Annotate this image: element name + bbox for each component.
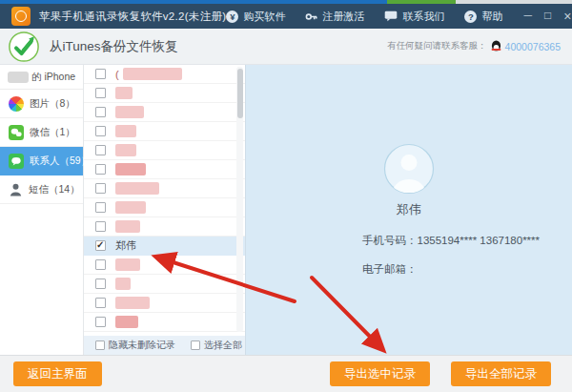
contact-name: 郑伟: [115, 238, 136, 253]
hide-undeleted-checkbox[interactable]: [95, 340, 105, 350]
contact-checkbox[interactable]: [95, 107, 106, 117]
contact-row[interactable]: (: [84, 65, 245, 84]
contact-checkbox[interactable]: [95, 69, 106, 79]
contact-list-panel: (郑伟 隐藏未删除记录 选择全部: [84, 65, 246, 355]
detail-phone-row: 手机号码：1355194**** 1367180****: [362, 234, 540, 248]
contact-row[interactable]: [84, 275, 245, 294]
hide-undeleted-option[interactable]: 隐藏未删除记录: [95, 339, 175, 352]
contact-row[interactable]: [84, 160, 245, 179]
redacted-contact-name: [115, 182, 159, 195]
recovery-check-logo-icon: [8, 31, 40, 63]
list-scrollbar[interactable]: [236, 67, 243, 332]
titlebar-menu-label: 联系我们: [402, 10, 444, 24]
main-body: 的 iPhone 图片（8）微信（1）联系人（59）短信（14） (郑伟 隐藏未…: [0, 65, 572, 355]
maximize-button[interactable]: □: [544, 10, 551, 23]
sidebar-item-label: 微信（1）: [30, 126, 75, 139]
contact-checkbox[interactable]: [95, 183, 106, 194]
strip-blue-segment: [0, 0, 387, 4]
contact-row[interactable]: [84, 103, 245, 122]
list-footer: 隐藏未删除记录 选择全部: [84, 336, 245, 355]
contact-row[interactable]: [84, 256, 245, 275]
contact-row[interactable]: [84, 313, 245, 332]
export-selected-button[interactable]: 导出选中记录: [330, 361, 430, 386]
titlebar: 苹果手机通讯录恢复软件v2.2(未注册) ¥购买软件注册激活联系我们?帮助 ─ …: [0, 4, 572, 29]
strip-green-segment: [387, 0, 456, 4]
wechat-icon: [9, 125, 24, 140]
contact-checkbox[interactable]: [95, 145, 106, 155]
sidebar: 的 iPhone 图片（8）微信（1）联系人（59）短信（14）: [0, 65, 84, 355]
window-controls: ─ □ ×: [523, 10, 571, 23]
titlebar-menu: ¥购买软件注册激活联系我们?帮助: [226, 10, 502, 24]
sidebar-item[interactable]: 联系人（59）: [0, 147, 83, 175]
sms-icon: [9, 182, 23, 197]
contact-row[interactable]: [84, 141, 245, 160]
scrollbar-thumb[interactable]: [237, 69, 243, 118]
sidebar-item[interactable]: 短信（14）: [0, 175, 83, 204]
phone-label: 手机号码：: [362, 235, 418, 246]
device-label: 的 iPhone: [31, 71, 75, 84]
sidebar-item-label: 短信（14）: [29, 183, 80, 196]
app-logo-icon: [11, 7, 31, 26]
contact-checkbox[interactable]: [95, 221, 106, 232]
contact-row[interactable]: [84, 122, 245, 141]
detail-contact-name: 郑伟: [246, 201, 572, 218]
titlebar-menu-label: 购买软件: [243, 10, 285, 24]
minimize-button[interactable]: ─: [523, 10, 532, 23]
contact-checkbox[interactable]: [95, 298, 106, 308]
close-button[interactable]: ×: [563, 10, 571, 23]
contact-checkbox[interactable]: [95, 164, 106, 175]
contact-row[interactable]: [84, 217, 245, 237]
sidebar-item-label: 联系人（59）: [30, 155, 91, 168]
redacted-device-name: [8, 72, 29, 83]
export-all-button[interactable]: 导出全部记录: [451, 361, 551, 386]
contact-checkbox[interactable]: [95, 317, 106, 327]
page-title: 从iTunes备份文件恢复: [50, 38, 178, 55]
titlebar-menu-item[interactable]: ¥购买软件: [226, 10, 285, 24]
support-info: 有任何疑问请联系客服： 4000076365: [387, 40, 561, 52]
titlebar-menu-item[interactable]: ?帮助: [464, 10, 502, 24]
help-icon: ?: [464, 10, 477, 23]
titlebar-menu-item[interactable]: 注册激活: [305, 10, 364, 24]
strip-gray-segment: [456, 0, 572, 4]
avatar: [383, 143, 435, 198]
contact-row[interactable]: 郑伟: [84, 237, 245, 256]
back-to-main-button[interactable]: 返回主界面: [13, 361, 102, 386]
contact-row[interactable]: [84, 84, 245, 103]
contact-row[interactable]: [84, 198, 245, 217]
phone-value: 1355194**** 1367180****: [418, 235, 541, 246]
redacted-contact-name: [115, 220, 140, 233]
app-window: 苹果手机通讯录恢复软件v2.2(未注册) ¥购买软件注册激活联系我们?帮助 ─ …: [0, 0, 572, 392]
contact-checkbox[interactable]: [95, 259, 106, 270]
email-label: 电子邮箱：: [362, 263, 418, 275]
sidebar-item[interactable]: 微信（1）: [0, 118, 83, 147]
contact-checkbox[interactable]: [95, 88, 106, 98]
support-label: 有任何疑问请联系客服：: [387, 40, 487, 52]
sidebar-item-device[interactable]: 的 iPhone: [0, 65, 83, 90]
contact-detail-panel: 郑伟 手机号码：1355194**** 1367180**** 电子邮箱：: [246, 65, 572, 355]
sidebar-item-label: 图片（8）: [30, 97, 75, 111]
select-all-option[interactable]: 选择全部: [191, 339, 242, 352]
contact-checkbox[interactable]: [95, 202, 106, 213]
contact-row[interactable]: [84, 294, 245, 313]
titlebar-menu-label: 帮助: [481, 10, 502, 24]
redacted-contact-name: [115, 163, 146, 175]
chat-icon: [384, 10, 398, 22]
contact-row[interactable]: [84, 179, 245, 198]
redacted-contact-name: [115, 106, 144, 118]
contact-checkbox[interactable]: [95, 279, 106, 289]
redacted-contact-name: [115, 201, 146, 214]
qq-icon: [491, 40, 501, 52]
contact-name-fragment: (: [115, 69, 119, 80]
contact-checkbox[interactable]: [95, 240, 106, 251]
titlebar-menu-item[interactable]: 联系我们: [384, 10, 444, 24]
redacted-contact-name: [115, 87, 133, 99]
redacted-contact-name: [115, 144, 136, 156]
sidebar-item[interactable]: 图片（8）: [0, 90, 83, 118]
titlebar-menu-label: 注册激活: [322, 10, 364, 24]
select-all-checkbox[interactable]: [191, 340, 200, 350]
key-icon: [305, 10, 317, 23]
support-phone-number[interactable]: 4000076365: [505, 41, 561, 52]
contact-checkbox[interactable]: [95, 126, 106, 136]
redacted-contact-name: [115, 278, 131, 290]
redacted-contact-name: [115, 258, 140, 271]
